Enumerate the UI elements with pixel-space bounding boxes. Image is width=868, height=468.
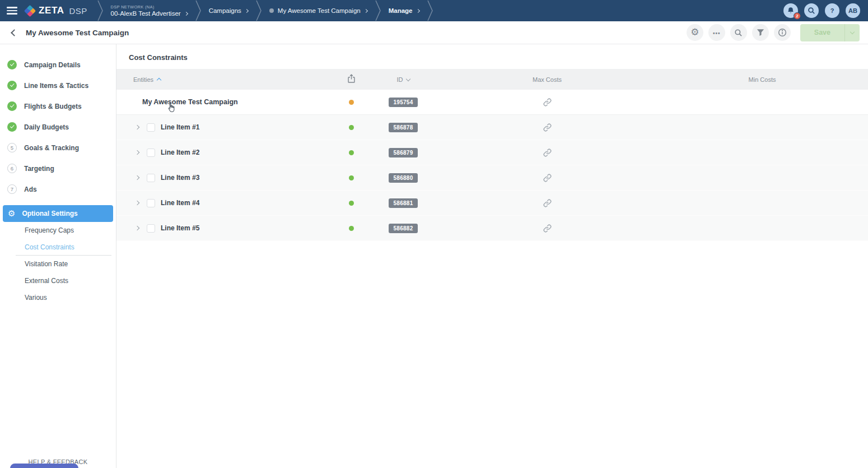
info-button[interactable] (774, 24, 791, 41)
sidebar-item-label: Daily Budgets (24, 123, 69, 131)
top-navbar: ZETA DSP DSP NETWORK (NA) 00-AlexB Test … (0, 0, 868, 21)
sidebar-item-daily-budgets[interactable]: Daily Budgets (0, 117, 116, 137)
sidebar-item-ads[interactable]: 7Ads (0, 179, 116, 200)
table-row-line-item-3[interactable]: Line Item #3586880 (116, 165, 868, 191)
chevron-right-icon[interactable] (416, 9, 419, 13)
max-costs-link-button[interactable] (543, 148, 552, 157)
save-button[interactable]: Save (800, 24, 844, 41)
share-export-icon (347, 74, 356, 84)
chevron-right-icon[interactable] (364, 9, 368, 13)
breadcrumb-separator-icon (195, 0, 201, 21)
sidebar-subitem-label: Visitation Rate (25, 260, 68, 268)
sidebar-item-campaign-details[interactable]: Campaign Details (0, 54, 116, 75)
entity-name[interactable]: Line Item #5 (161, 224, 199, 232)
sidebar-item-label: Campaign Details (24, 61, 81, 69)
max-costs-link-button[interactable] (543, 173, 552, 183)
status-dot (349, 226, 354, 231)
column-entities-label: Entities (133, 76, 153, 83)
sort-asc-icon[interactable] (157, 78, 161, 82)
hamburger-menu-icon[interactable] (0, 0, 24, 21)
section-title: Cost Constraints (116, 44, 868, 69)
expand-chevron-icon[interactable] (133, 226, 141, 230)
export-button[interactable] (347, 74, 356, 85)
row-checkbox[interactable] (147, 123, 155, 132)
status-dot (349, 150, 354, 155)
sidebar-item-optional-settings[interactable]: Optional Settings (3, 205, 113, 222)
page-title: My Awesome Test Campaign (26, 29, 129, 37)
check-icon (7, 122, 17, 132)
gear-icon (690, 27, 699, 38)
sidebar-item-frequency-caps[interactable]: Frequency Caps (0, 222, 116, 239)
id-badge: 586880 (389, 173, 417, 183)
check-icon (7, 101, 17, 111)
sidebar-item-line-items-tactics[interactable]: Line Items & Tactics (0, 75, 116, 96)
sidebar-subitem-label: Cost Constraints (25, 243, 74, 251)
sidebar-item-targeting[interactable]: 6Targeting (0, 158, 116, 179)
expand-chevron-icon[interactable] (133, 151, 141, 154)
save-dropdown-button[interactable] (844, 24, 860, 41)
table-row-line-item-1[interactable]: Line Item #1586878 (116, 115, 868, 140)
sidebar-item-external-costs[interactable]: External Costs (0, 272, 116, 289)
chevron-down-icon (850, 29, 855, 34)
max-costs-link-button[interactable] (543, 98, 552, 107)
notifications-button[interactable]: 2 (783, 3, 798, 18)
save-button-label: Save (814, 29, 830, 36)
help-button[interactable]: ? (825, 3, 839, 18)
sort-desc-icon[interactable] (405, 76, 410, 81)
breadcrumb-manage-label: Manage (389, 7, 413, 14)
table-row-line-item-4[interactable]: Line Item #4586881 (116, 191, 868, 216)
row-checkbox[interactable] (147, 174, 155, 182)
feedback-pill[interactable] (10, 464, 78, 468)
entity-name[interactable]: Line Item #1 (161, 123, 199, 131)
navbar-actions: 2 ? AB (783, 0, 868, 21)
table-row-line-item-2[interactable]: Line Item #2586879 (116, 140, 868, 165)
max-costs-link-button[interactable] (543, 123, 552, 132)
sidebar-subitem-label: Various (25, 294, 47, 302)
max-costs-link-button[interactable] (543, 224, 552, 233)
sidebar-item-cost-constraints[interactable]: Cost Constraints (0, 239, 116, 256)
chevron-right-icon[interactable] (184, 12, 188, 16)
row-checkbox[interactable] (147, 199, 155, 207)
entity-name[interactable]: Line Item #2 (161, 149, 199, 156)
breadcrumb-advertiser[interactable]: DSP NETWORK (NA) 00-AlexB Test Advertise… (103, 0, 195, 21)
row-checkbox[interactable] (147, 149, 155, 157)
breadcrumb-manage[interactable]: Manage (381, 0, 427, 21)
app-root: { "navbar": { "brand_zeta": "ZETA", "bra… (0, 0, 868, 468)
sidebar-item-flights-budgets[interactable]: Flights & Budgets (0, 96, 116, 117)
brand-zeta-text: ZETA (39, 5, 64, 16)
sidebar-item-goals-tracking[interactable]: 5Goals & Tracking (0, 137, 116, 158)
sidebar-item-label: Targeting (24, 165, 54, 173)
more-options-button[interactable] (708, 24, 725, 41)
breadcrumb-campaigns[interactable]: Campaigns (201, 0, 256, 21)
info-icon (778, 28, 787, 37)
status-dot (349, 125, 354, 130)
sidebar-item-visitation-rate[interactable]: Visitation Rate (0, 256, 116, 272)
ellipsis-icon (713, 27, 721, 38)
search-button[interactable] (730, 24, 747, 41)
table-row-my-awesome-test-campaign[interactable]: My Awesome Test Campaign195754 (116, 90, 868, 115)
table-row-line-item-5[interactable]: Line Item #5586882 (116, 216, 868, 241)
breadcrumb-campaign[interactable]: My Awesome Test Campaign (262, 0, 375, 21)
id-badge: 586879 (389, 148, 417, 157)
settings-button[interactable] (687, 24, 703, 41)
chevron-right-icon[interactable] (245, 9, 249, 13)
row-checkbox[interactable] (147, 224, 155, 233)
save-split-button: Save (800, 24, 860, 41)
entity-name[interactable]: Line Item #3 (161, 174, 199, 182)
global-search-button[interactable] (804, 3, 819, 18)
step-number: 6 (7, 164, 17, 173)
filter-button[interactable] (752, 24, 769, 41)
avatar[interactable]: AB (846, 3, 860, 18)
entity-name[interactable]: My Awesome Test Campaign (142, 98, 238, 106)
expand-chevron-icon[interactable] (133, 126, 141, 129)
expand-chevron-icon[interactable] (133, 176, 141, 179)
brand-logo[interactable]: ZETA DSP (24, 0, 97, 21)
max-costs-link-button[interactable] (543, 198, 552, 208)
expand-chevron-icon[interactable] (133, 201, 141, 205)
sidebar-item-various[interactable]: Various (0, 289, 116, 306)
entity-name[interactable]: Line Item #4 (161, 199, 199, 207)
table-rows: My Awesome Test Campaign195754Line Item … (116, 90, 868, 241)
back-button[interactable] (11, 29, 18, 36)
sidebar: Campaign DetailsLine Items & TacticsFlig… (0, 44, 116, 468)
id-badge: 586882 (389, 224, 417, 233)
